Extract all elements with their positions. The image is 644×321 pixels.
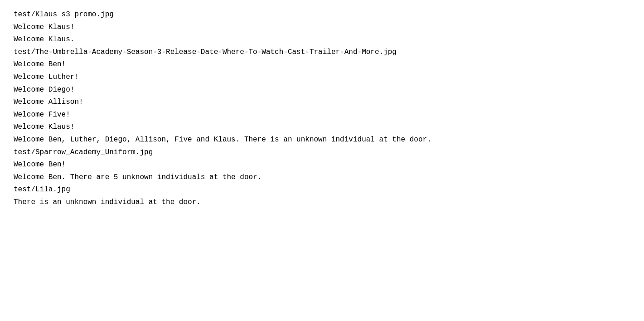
output-line: Welcome Klaus!	[14, 122, 630, 133]
output-line: Welcome Diego!	[14, 84, 630, 96]
output-line: test/The-Umbrella-Academy-Season-3-Relea…	[14, 47, 630, 58]
output-line: Welcome Klaus.	[14, 34, 630, 46]
output-line: test/Klaus_s3_promo.jpg	[14, 9, 630, 21]
output-container: test/Klaus_s3_promo.jpgWelcome Klaus!Wel…	[14, 9, 630, 209]
output-line: Welcome Ben. There are 5 unknown individ…	[14, 172, 630, 184]
output-line: Welcome Five!	[14, 109, 630, 121]
output-line: Welcome Allison!	[14, 97, 630, 108]
output-line: Welcome Ben, Luther, Diego, Allison, Fiv…	[14, 134, 630, 146]
output-line: test/Lila.jpg	[14, 184, 630, 196]
output-line: Welcome Ben!	[14, 59, 630, 71]
output-line: Welcome Klaus!	[14, 22, 630, 34]
output-line: There is an unknown individual at the do…	[14, 197, 630, 209]
output-line: Welcome Luther!	[14, 72, 630, 83]
output-line: Welcome Ben!	[14, 159, 630, 171]
output-line: test/Sparrow_Academy_Uniform.jpg	[14, 147, 630, 159]
